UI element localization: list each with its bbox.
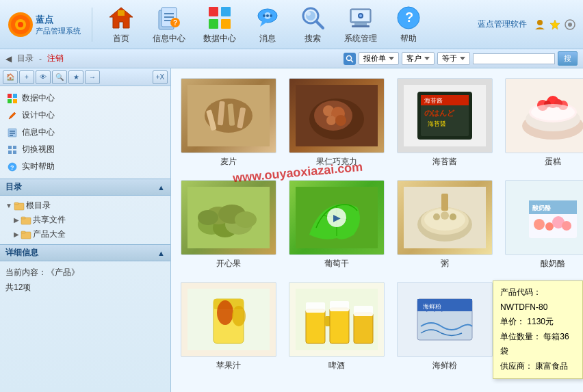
dropdown-arrow-3 bbox=[460, 57, 465, 60]
svg-rect-129 bbox=[354, 313, 373, 343]
svg-point-21 bbox=[270, 14, 272, 17]
svg-rect-46 bbox=[10, 131, 15, 132]
play-icon[interactable]: ▶ bbox=[327, 208, 346, 227]
product-image-beer bbox=[289, 282, 385, 357]
product-name-yogurt: 酸奶酪 bbox=[541, 258, 565, 270]
sidebar-item-data-center[interactable]: 数据中心 bbox=[3, 90, 168, 106]
svg-point-121 bbox=[217, 300, 233, 325]
svg-text:?: ? bbox=[405, 10, 413, 25]
tooltip-code: 产品代码： NWTDFN-80 bbox=[500, 285, 575, 315]
list-item[interactable]: 다시다 海鲜粉 海鲜粉 bbox=[394, 279, 495, 374]
sidebar-star-btn[interactable]: ★ bbox=[68, 70, 83, 84]
dropdown-arrow-2 bbox=[424, 57, 430, 60]
svg-point-106 bbox=[433, 213, 440, 220]
product-name-beer: 啤酒 bbox=[328, 360, 345, 371]
sidebar-home-btn[interactable]: 🏠 bbox=[3, 70, 18, 84]
sidebar-search-btn[interactable]: 🔍 bbox=[52, 70, 67, 84]
svg-rect-29 bbox=[352, 25, 370, 27]
svg-rect-51 bbox=[8, 151, 12, 154]
list-item[interactable]: 开心果 bbox=[178, 177, 279, 272]
svg-point-19 bbox=[263, 14, 265, 17]
second-bar: ◀ 目录 - 注销 报价单 客户 等于 搜 bbox=[0, 49, 583, 68]
logout-link[interactable]: 注销 bbox=[47, 53, 64, 64]
realtime-help-nav-icon: ? bbox=[7, 161, 18, 172]
list-item[interactable]: のはんど 海苔醤 海苔酱 海苔酱 bbox=[394, 75, 495, 170]
product-image-apple-juice bbox=[181, 282, 276, 357]
tree-products-label: 产品大全 bbox=[33, 228, 66, 240]
search-field-dropdown[interactable]: 客户 bbox=[402, 52, 435, 65]
products-folder-icon bbox=[21, 229, 31, 240]
person-icon bbox=[534, 18, 546, 31]
help-label: 帮助 bbox=[400, 33, 417, 44]
toolbar-help-btn[interactable]: ? 帮助 bbox=[389, 1, 428, 47]
svg-rect-9 bbox=[164, 20, 171, 21]
tree-shared-files[interactable]: ▶ 共享文件 bbox=[3, 213, 168, 227]
svg-rect-109 bbox=[441, 194, 448, 211]
directory-collapse-btn[interactable]: ▲ bbox=[157, 183, 165, 192]
sidebar-item-info-center[interactable]: 信息中心 bbox=[3, 125, 168, 140]
sidebar-plus-btn[interactable]: +X bbox=[153, 70, 168, 84]
toolbar-home-btn[interactable]: 首页 bbox=[102, 1, 140, 47]
sidebar: 🏠 + 👁 🔍 ★ → +X 数据中心 bbox=[0, 68, 171, 392]
search-small-icon[interactable] bbox=[344, 53, 356, 65]
svg-text:?: ? bbox=[10, 164, 14, 171]
app-subtitle: 产品管理系统 bbox=[36, 26, 81, 36]
svg-point-114 bbox=[534, 219, 545, 230]
tree-root[interactable]: ▼ 根目录 bbox=[3, 198, 168, 213]
search-input[interactable] bbox=[473, 53, 555, 64]
separator: - bbox=[39, 54, 42, 64]
sidebar-view-btn[interactable]: 👁 bbox=[36, 70, 51, 84]
sidebar-item-switch-view[interactable]: 切换视图 bbox=[3, 142, 168, 157]
list-item[interactable]: 苹果汁 bbox=[178, 279, 279, 374]
toolbar-info-btn[interactable]: ? 信息中心 bbox=[147, 1, 191, 47]
folder-icon bbox=[21, 215, 31, 226]
toolbar-divider-1 bbox=[92, 8, 92, 42]
list-item[interactable]: 粥 bbox=[394, 177, 495, 272]
svg-point-97 bbox=[235, 211, 257, 228]
data-center-nav-icon bbox=[7, 93, 18, 104]
brand-link[interactable]: 蓝点管理软件 bbox=[478, 18, 527, 30]
list-item[interactable]: 蛋糕 bbox=[502, 75, 583, 170]
svg-rect-42 bbox=[8, 99, 12, 103]
toolbar-message-btn[interactable]: 消息 bbox=[248, 1, 287, 47]
sidebar-item-realtime-help[interactable]: ? 实时帮助 bbox=[3, 159, 168, 174]
search-type-dropdown[interactable]: 报价单 bbox=[359, 52, 399, 65]
sysadmin-icon bbox=[347, 4, 374, 31]
sidebar-arrow-btn[interactable]: → bbox=[85, 70, 100, 84]
sidebar-nav: 数据中心 设计中心 bbox=[0, 86, 170, 179]
app-logo-icon bbox=[8, 12, 33, 37]
toolbar-data-btn[interactable]: 数据中心 bbox=[198, 1, 242, 47]
svg-point-20 bbox=[266, 14, 269, 17]
svg-rect-52 bbox=[13, 151, 16, 154]
message-label: 消息 bbox=[259, 33, 276, 44]
svg-rect-43 bbox=[13, 99, 17, 103]
logo-area: 蓝点 产品管理系统 bbox=[7, 12, 82, 37]
list-item[interactable]: 果仁巧克力 bbox=[286, 75, 387, 170]
list-item[interactable]: ▶ 葡萄干 bbox=[286, 177, 387, 272]
tree-products[interactable]: ▶ 产品大全 bbox=[3, 227, 168, 241]
list-item[interactable]: 麦片 bbox=[178, 75, 279, 170]
svg-text:?: ? bbox=[173, 19, 177, 27]
svg-point-108 bbox=[450, 213, 456, 220]
detail-collapse-btn[interactable]: ▲ bbox=[157, 249, 165, 257]
list-item[interactable]: 啤酒 bbox=[286, 279, 387, 374]
search-button[interactable]: 搜 bbox=[558, 51, 578, 66]
toolbar-search-btn[interactable]: 搜索 bbox=[294, 1, 332, 47]
svg-rect-60 bbox=[21, 231, 25, 233]
search-toolbar-icon bbox=[299, 4, 326, 31]
search-operator-dropdown[interactable]: 等于 bbox=[437, 52, 470, 65]
sidebar-item-design-center[interactable]: 设计中心 bbox=[3, 107, 168, 123]
admin-link[interactable]: 目录 bbox=[17, 53, 34, 64]
svg-point-90 bbox=[531, 104, 575, 120]
main-layout: 🏠 + 👁 🔍 ★ → +X 数据中心 bbox=[0, 68, 583, 392]
svg-rect-128 bbox=[330, 301, 349, 311]
svg-line-24 bbox=[316, 21, 323, 28]
svg-marker-35 bbox=[550, 20, 560, 29]
sidebar-add-btn[interactable]: + bbox=[19, 70, 34, 84]
product-name-cake: 蛋糕 bbox=[545, 156, 561, 168]
list-item[interactable]: 酸奶酪 酸奶酪 bbox=[502, 177, 583, 272]
product-image-cereal bbox=[181, 78, 276, 153]
main-toolbar: 蓝点 产品管理系统 首页 ? 信息中心 bbox=[0, 0, 583, 49]
design-center-nav-icon bbox=[7, 110, 18, 121]
toolbar-sysadmin-btn[interactable]: 系统管理 bbox=[339, 1, 383, 47]
